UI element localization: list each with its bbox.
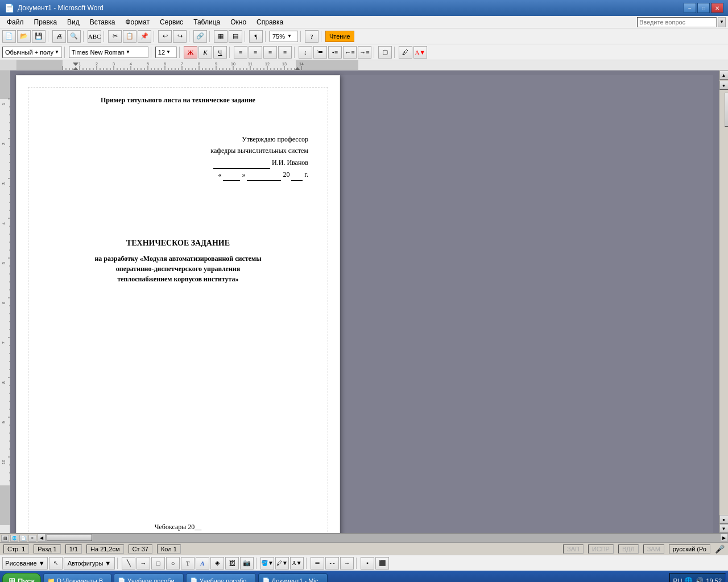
menu-help[interactable]: Справка (252, 17, 288, 27)
border-button[interactable]: ▢ (378, 46, 392, 59)
scroll-down-button[interactable]: ▼ (719, 524, 729, 533)
image-button[interactable]: 📷 (240, 557, 254, 569)
align-right-button[interactable]: ≡ (263, 46, 277, 59)
outline-view-button[interactable]: ≡ (28, 535, 36, 542)
table-button[interactable]: ▦ (214, 30, 228, 43)
menu-table[interactable]: Таблица (189, 17, 225, 27)
restore-button[interactable]: □ (697, 3, 710, 13)
linewidth-button[interactable]: ═ (311, 557, 324, 569)
document-canvas[interactable]: Пример титульного листа на техническое з… (10, 70, 719, 533)
minimize-button[interactable]: − (684, 3, 696, 13)
menu-tools[interactable]: Сервис (155, 17, 188, 27)
hyperlink-button[interactable]: 🔗 (193, 30, 207, 43)
diagram-button[interactable]: ◈ (210, 557, 224, 569)
arrow-button[interactable]: → (136, 557, 150, 569)
draw-sep3 (306, 558, 308, 569)
svg-rect-1 (17, 60, 63, 70)
new-button[interactable]: 📄 (2, 30, 16, 43)
indent-button[interactable]: →≡ (358, 46, 371, 59)
paste-button[interactable]: 📌 (138, 30, 151, 43)
columns-button[interactable]: ▤ (229, 30, 242, 43)
horizontal-scrollbar-area: ▤ 🌐 📄 ≡ ◀ ▶ (0, 533, 728, 542)
menu-insert[interactable]: Вставка (85, 17, 120, 27)
web-view-button[interactable]: 🌐 (10, 535, 18, 542)
vertical-scrollbar[interactable]: ▲ ● ● ▼ (719, 70, 728, 533)
copy-button[interactable]: 📋 (123, 30, 136, 43)
font-dropdown[interactable]: Times New Roman ▼ (69, 47, 148, 58)
help-button[interactable]: ? (305, 30, 318, 43)
linespacing-button[interactable]: ↕ (299, 46, 312, 59)
taskbar-item-2[interactable]: 📄 Учебное пособо... (186, 573, 256, 582)
hscroll-right-button[interactable]: ▶ (720, 534, 728, 542)
cut-button[interactable]: ✂ (108, 30, 122, 43)
svg-text:9: 9 (2, 421, 6, 423)
redo-button[interactable]: ↪ (173, 30, 187, 43)
menu-view[interactable]: Вид (63, 17, 84, 27)
reading-button[interactable]: Чтение (325, 31, 354, 42)
menu-format[interactable]: Формат (121, 17, 154, 27)
open-button[interactable]: 📂 (17, 30, 31, 43)
style-dropdown[interactable]: Обычный + полу ▼ (2, 47, 62, 58)
save-button[interactable]: 💾 (32, 30, 46, 43)
numbering-button[interactable]: ≔ (313, 46, 327, 59)
menu-edit[interactable]: Правка (30, 17, 62, 27)
align-center-button[interactable]: ≡ (249, 46, 262, 59)
hscroll-thumb[interactable] (47, 534, 92, 541)
underline-button[interactable]: Ч (213, 46, 227, 59)
taskbar-item-1[interactable]: 📄 Учебное пособи... (114, 573, 184, 582)
tray-lang[interactable]: RU (673, 577, 682, 582)
highlight-dropdown[interactable]: 🖊 (399, 46, 412, 59)
fontcolor-dropdown[interactable]: A▼ (413, 46, 427, 59)
autoshapes-dropdown[interactable]: Автофигуры ▼ (64, 557, 115, 569)
help-search-input[interactable] (637, 17, 717, 27)
select-button[interactable]: ↖ (49, 557, 63, 569)
help-arrow-button[interactable]: ▼ (718, 17, 726, 27)
taskbar-item-3[interactable]: 📄 Документ1 - Mic... (258, 573, 328, 582)
fontcolor2-button[interactable]: A▼ (290, 557, 304, 569)
line-button[interactable]: ╲ (122, 557, 135, 569)
spell-button[interactable]: ABC (88, 30, 101, 43)
menu-file[interactable]: Файл (2, 17, 28, 27)
print-view-button[interactable]: 📄 (19, 535, 27, 542)
3d-button[interactable]: ⬛ (375, 557, 389, 569)
vertical-ruler: 1 2 3 4 5 6 7 8 9 10 (0, 70, 10, 533)
wordart-button[interactable]: A (196, 557, 209, 569)
align-justify-button[interactable]: ≡ (278, 46, 292, 59)
size-dropdown[interactable]: 12 ▼ (155, 47, 177, 58)
zoom-selector[interactable]: 75% ▼ (270, 31, 298, 42)
fillcolor-button[interactable]: 🪣▼ (260, 557, 274, 569)
undo-button[interactable]: ↩ (158, 30, 172, 43)
scroll-up-button[interactable]: ▲ (719, 70, 729, 80)
normal-view-button[interactable]: ▤ (1, 535, 9, 542)
tray-network-icon: 🌐 (684, 577, 693, 583)
clipart-button[interactable]: 🖼 (225, 557, 239, 569)
scroll-prev-page-button[interactable]: ● (719, 81, 729, 90)
menu-window[interactable]: Окно (226, 17, 251, 27)
linecolor-button[interactable]: 🖊▼ (275, 557, 289, 569)
shadow-button[interactable]: ▪ (361, 557, 374, 569)
oval-button[interactable]: ○ (166, 557, 180, 569)
bullets-button[interactable]: •≡ (328, 46, 342, 59)
outdent-button[interactable]: ←≡ (343, 46, 357, 59)
italic-button[interactable]: К (198, 46, 212, 59)
print-button[interactable]: 🖨 (52, 30, 66, 43)
rect-button[interactable]: □ (151, 557, 165, 569)
hscroll-track[interactable] (46, 534, 720, 542)
textbox-button[interactable]: T (181, 557, 195, 569)
drawing-dropdown[interactable]: Рисование ▼ (2, 557, 48, 569)
start-button[interactable]: ⊞ Пуск (2, 573, 41, 582)
preview-button[interactable]: 🔍 (67, 30, 81, 43)
scroll-thumb[interactable] (725, 93, 729, 127)
bold-button[interactable]: Ж (184, 46, 197, 59)
scroll-next-page-button[interactable]: ● (719, 515, 729, 524)
arrowstyle-button[interactable]: → (340, 557, 354, 569)
clock[interactable]: 19:52 (706, 577, 722, 582)
para-marks-button[interactable]: ¶ (249, 30, 263, 43)
hscroll-left-button[interactable]: ◀ (38, 534, 46, 542)
sep-tb2-1 (64, 47, 67, 58)
taskbar-item-0[interactable]: 📁 D:\Документы В... (43, 573, 111, 582)
dashstyle-button[interactable]: - - (325, 557, 339, 569)
document-page[interactable]: Пример титульного листа на техническое з… (16, 75, 340, 533)
align-left-button[interactable]: ≡ (234, 46, 247, 59)
close-button[interactable]: ✕ (711, 3, 723, 13)
